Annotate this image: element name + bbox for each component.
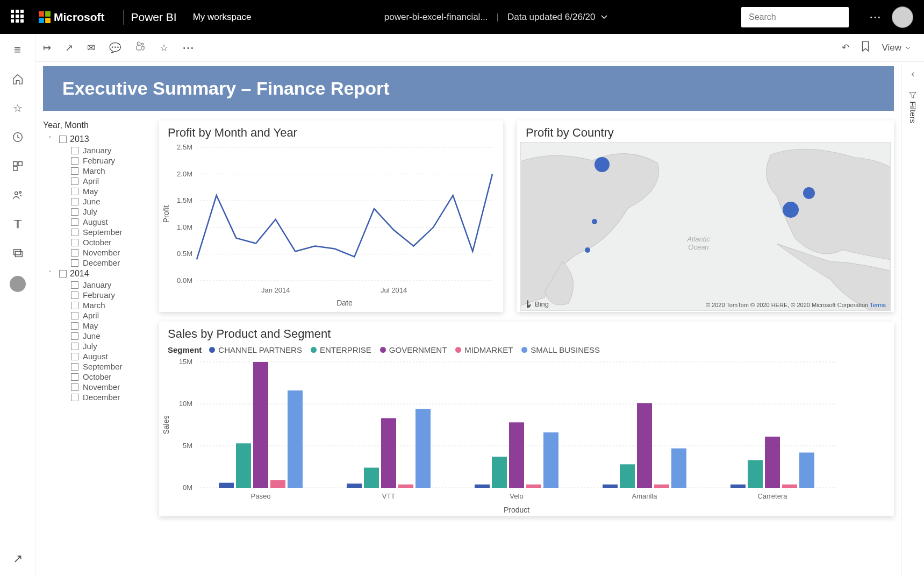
svg-rect-52 — [416, 409, 431, 488]
export-icon[interactable]: ↦ — [43, 42, 51, 54]
report-title-banner: Executive Summary – Finance Report — [43, 66, 894, 111]
search-input[interactable] — [749, 12, 856, 22]
apps-icon[interactable] — [11, 160, 24, 173]
shared-icon[interactable] — [11, 189, 24, 202]
slicer-title: Year, Month — [43, 120, 151, 130]
collapse-filters-icon[interactable]: ‹ — [912, 68, 915, 80]
svg-text:2.0M: 2.0M — [177, 170, 192, 178]
profit-by-country-map[interactable]: Profit by Country AtlanticOcean — [517, 120, 894, 312]
home-icon[interactable] — [11, 73, 24, 86]
view-menu[interactable]: View — [882, 42, 911, 53]
slicer-year-row[interactable]: ˄2014 — [43, 268, 151, 280]
slicer-month-row[interactable]: March — [43, 166, 151, 176]
profit-by-month-chart[interactable]: Profit by Month and Year 0.0M0.5M1.0M1.5… — [159, 120, 503, 312]
global-header: Microsoft Power BI My workspace power-bi… — [0, 0, 924, 34]
sales-by-product-chart[interactable]: Sales by Product and Segment SegmentCHAN… — [159, 322, 894, 516]
slicer-month-row[interactable]: January — [43, 280, 151, 290]
slicer-month-row[interactable]: August — [43, 351, 151, 361]
map-terms-link[interactable]: Terms — [870, 302, 886, 308]
chevron-down-icon — [905, 45, 911, 51]
svg-text:Date: Date — [336, 298, 353, 307]
workspace-name[interactable]: My workspace — [193, 12, 252, 23]
slicer-month-row[interactable]: April — [43, 176, 151, 186]
expand-icon[interactable]: ↗ — [11, 552, 24, 565]
svg-text:Jan 2014: Jan 2014 — [261, 286, 290, 294]
svg-rect-55 — [492, 457, 507, 488]
product-name: Power BI — [131, 11, 177, 24]
slicer-month-row[interactable]: August — [43, 217, 151, 227]
more-options-icon[interactable]: ⋯ — [869, 10, 882, 24]
updated-label: Data updated 6/26/20 — [507, 12, 596, 23]
svg-text:Sales: Sales — [162, 415, 170, 434]
svg-text:1.0M: 1.0M — [177, 223, 192, 231]
map-area[interactable]: AtlanticOcean Bing © 2020 TomTom © 2020 … — [520, 142, 891, 311]
date-slicer[interactable]: Year, Month ˄2013JanuaryFebruaryMarchApr… — [43, 120, 151, 516]
legend-item[interactable]: ENTERPRISE — [311, 345, 371, 354]
slicer-month-row[interactable]: December — [43, 392, 151, 402]
slicer-month-row[interactable]: February — [43, 155, 151, 166]
toolbar-more-icon[interactable]: ⋯ — [182, 41, 195, 55]
slicer-month-row[interactable]: September — [43, 227, 151, 237]
svg-rect-60 — [603, 485, 618, 488]
user-avatar[interactable] — [892, 6, 913, 28]
teams-icon[interactable] — [135, 41, 146, 54]
slicer-month-row[interactable]: July — [43, 341, 151, 351]
slicer-year-row[interactable]: ˄2013 — [43, 133, 151, 145]
slicer-month-row[interactable]: December — [43, 258, 151, 268]
svg-rect-12 — [13, 167, 17, 170]
legend-item[interactable]: MIDMARKET — [455, 345, 513, 354]
slicer-month-row[interactable]: February — [43, 290, 151, 300]
toolbar-left: ↦ ↗ ✉ 💬 ☆ ⋯ — [43, 41, 195, 55]
map-bubble-canada[interactable] — [594, 157, 610, 172]
map-bubble-usa[interactable] — [592, 219, 597, 224]
my-workspace-avatar[interactable] — [10, 276, 26, 292]
hamburger-icon[interactable]: ≡ — [11, 44, 24, 56]
filters-pane-toggle[interactable]: Filters — [908, 91, 918, 123]
favorite-icon[interactable]: ☆ — [160, 42, 168, 54]
comment-icon[interactable]: 💬 — [109, 42, 121, 54]
slicer-month-row[interactable]: April — [43, 310, 151, 321]
data-updated[interactable]: Data updated 6/26/20 — [507, 12, 608, 23]
svg-rect-16 — [15, 251, 22, 257]
email-icon[interactable]: ✉ — [87, 42, 95, 54]
svg-rect-51 — [398, 485, 413, 488]
map-bubble-mexico[interactable] — [585, 247, 590, 253]
bookmark-icon[interactable] — [861, 41, 870, 54]
slicer-month-row[interactable]: June — [43, 196, 151, 207]
app-launcher-icon[interactable] — [11, 10, 26, 25]
search-box[interactable] — [741, 7, 849, 27]
legend-item[interactable]: CHANNEL PARTNERS — [209, 345, 302, 354]
svg-rect-62 — [637, 403, 652, 488]
learn-icon[interactable] — [11, 218, 24, 231]
map-bubble-france[interactable] — [783, 202, 799, 218]
slicer-month-row[interactable]: October — [43, 237, 151, 247]
slicer-month-row[interactable]: November — [43, 247, 151, 258]
slicer-month-row[interactable]: July — [43, 207, 151, 217]
favorites-icon[interactable]: ☆ — [11, 102, 24, 115]
undo-icon[interactable]: ↶ — [842, 42, 849, 53]
svg-rect-48 — [347, 483, 362, 488]
slicer-month-row[interactable]: September — [43, 361, 151, 372]
slicer-month-row[interactable]: November — [43, 382, 151, 392]
svg-point-14 — [19, 191, 21, 194]
chart-title: Profit by Month and Year — [159, 120, 503, 142]
slicer-month-row[interactable]: March — [43, 300, 151, 310]
legend-item[interactable]: SMALL BUSINESS — [521, 345, 600, 354]
slicer-month-row[interactable]: October — [43, 372, 151, 382]
svg-rect-1 — [45, 11, 51, 17]
svg-rect-61 — [620, 464, 635, 488]
svg-point-13 — [15, 192, 18, 195]
slicer-month-row[interactable]: May — [43, 321, 151, 331]
share-icon[interactable]: ↗ — [65, 42, 73, 54]
slicer-month-row[interactable]: June — [43, 331, 151, 341]
slicer-month-row[interactable]: January — [43, 145, 151, 155]
svg-text:0.5M: 0.5M — [177, 250, 192, 258]
svg-text:0M: 0M — [183, 483, 192, 492]
legend-item[interactable]: GOVERNMENT — [380, 345, 447, 354]
slicer-month-row[interactable]: May — [43, 186, 151, 196]
action-toolbar: ↦ ↗ ✉ 💬 ☆ ⋯ ↶ View — [0, 34, 924, 62]
file-name[interactable]: power-bi-excel-financial... — [384, 12, 488, 23]
map-bubble-germany[interactable] — [803, 187, 815, 199]
recent-icon[interactable] — [11, 131, 24, 144]
workspaces-icon[interactable] — [11, 247, 24, 260]
